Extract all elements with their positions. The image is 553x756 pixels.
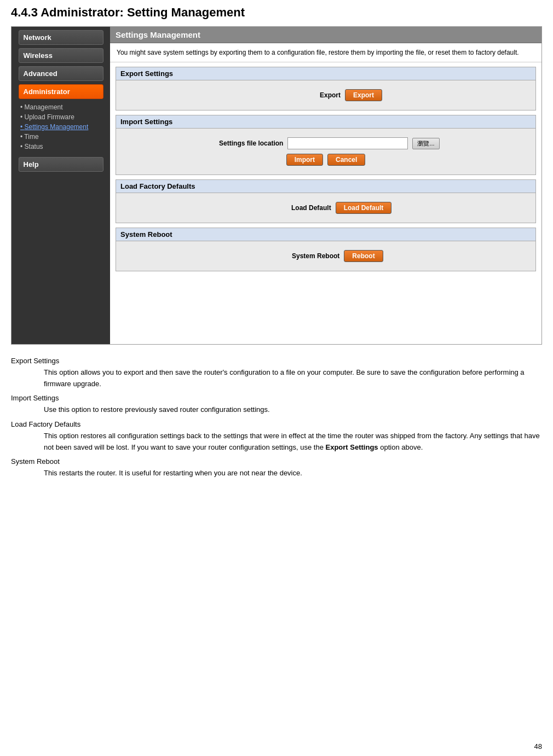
export-row: Export Export	[120, 87, 531, 103]
sidebar-item-advanced[interactable]: Advanced	[19, 66, 103, 81]
load-factory-section: Load Factory Defaults Load Default Load …	[116, 179, 536, 223]
sidebar-submenu: Management Upload Firmware Settings Mana…	[11, 100, 110, 154]
export-settings-bold: Export Settings	[326, 443, 378, 451]
import-settings-section: Import Settings Settings file location 瀏…	[116, 115, 536, 175]
export-settings-title: Export Settings	[116, 67, 535, 80]
load-default-row: Load Default Load Default	[120, 200, 531, 216]
page-number: 48	[534, 742, 542, 751]
content-area: Settings Management You might save syste…	[110, 27, 542, 344]
load-default-button[interactable]: Load Default	[336, 202, 392, 214]
import-desc-body: Use this option to restore previously sa…	[44, 404, 542, 416]
sidebar-submenu-upload-firmware[interactable]: Upload Firmware	[20, 112, 110, 122]
reboot-desc-body: This restarts the router. It is useful f…	[44, 468, 542, 479]
reboot-label: System Reboot	[268, 252, 339, 260]
system-reboot-title: System Reboot	[116, 228, 535, 241]
sidebar-submenu-settings-management[interactable]: Settings Management	[20, 122, 110, 132]
page-title: 4.4.3 Administrator: Setting Management	[11, 5, 542, 20]
load-factory-desc-title: Load Factory Defaults	[11, 419, 542, 431]
file-location-label: Settings file location	[212, 139, 283, 147]
import-desc-title: Import Settings	[11, 393, 542, 404]
sidebar-item-administrator[interactable]: Administrator	[19, 84, 103, 99]
export-desc-title: Export Settings	[11, 356, 542, 367]
import-settings-title: Import Settings	[116, 115, 535, 129]
sidebar-item-help[interactable]: Help	[19, 157, 103, 172]
load-factory-title: Load Factory Defaults	[116, 180, 535, 193]
content-header: Settings Management	[110, 27, 542, 43]
reboot-row: System Reboot Reboot	[120, 248, 531, 264]
main-layout: Network Wireless Advanced Administrator …	[11, 26, 542, 345]
file-location-input[interactable]	[287, 137, 408, 149]
load-factory-desc-body: This option restores all configuration s…	[44, 431, 542, 453]
browse-button[interactable]: 瀏覽...	[412, 138, 439, 149]
sidebar-submenu-time[interactable]: Time	[20, 132, 110, 142]
reboot-desc-title: System Reboot	[11, 456, 542, 468]
sidebar-item-wireless[interactable]: Wireless	[19, 48, 103, 63]
sidebar-submenu-management[interactable]: Management	[20, 102, 110, 112]
sidebar-submenu-status[interactable]: Status	[20, 142, 110, 152]
system-reboot-section: System Reboot System Reboot Reboot	[116, 228, 536, 271]
export-label: Export	[269, 91, 341, 99]
export-settings-section: Export Settings Export Export	[116, 67, 536, 111]
import-buttons-row: Import Cancel	[120, 152, 531, 168]
cancel-button[interactable]: Cancel	[327, 154, 365, 166]
description-section: Export Settings This option allows you t…	[11, 356, 542, 479]
import-button[interactable]: Import	[286, 154, 323, 166]
export-desc-body: This option allows you to export and the…	[44, 367, 542, 390]
file-location-row: Settings file location 瀏覽...	[120, 135, 531, 152]
import-settings-body: Settings file location 瀏覽... Import Canc…	[116, 129, 535, 175]
system-reboot-body: System Reboot Reboot	[116, 241, 535, 271]
sidebar: Network Wireless Advanced Administrator …	[11, 27, 110, 344]
reboot-button[interactable]: Reboot	[344, 250, 383, 262]
content-intro: You might save system settings by export…	[110, 43, 542, 62]
load-default-label: Load Default	[260, 204, 331, 212]
export-button[interactable]: Export	[345, 89, 382, 101]
load-factory-body: Load Default Load Default	[116, 193, 535, 223]
sidebar-item-network[interactable]: Network	[19, 30, 103, 45]
export-settings-body: Export Export	[116, 80, 535, 110]
